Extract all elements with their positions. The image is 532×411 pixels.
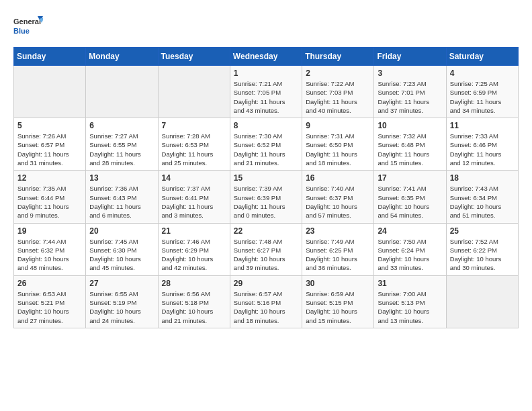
day-content: Sunrise: 7:27 AM Sunset: 6:55 PM Dayligh… [89, 132, 154, 167]
calendar-cell: 10Sunrise: 7:32 AM Sunset: 6:48 PM Dayli… [374, 118, 446, 171]
calendar-cell: 27Sunrise: 6:55 AM Sunset: 5:19 PM Dayli… [86, 275, 158, 328]
day-content: Sunrise: 7:25 AM Sunset: 6:59 PM Dayligh… [450, 79, 515, 115]
header-day-sunday: Sunday [14, 48, 86, 66]
calendar-cell: 31Sunrise: 7:00 AM Sunset: 5:13 PM Dayli… [374, 275, 446, 328]
day-content: Sunrise: 7:33 AM Sunset: 6:46 PM Dayligh… [450, 132, 515, 167]
day-number: 26 [17, 279, 82, 288]
calendar-cell: 2Sunrise: 7:22 AM Sunset: 7:03 PM Daylig… [302, 66, 374, 118]
calendar-cell [86, 66, 158, 118]
calendar-cell: 28Sunrise: 6:56 AM Sunset: 5:18 PM Dayli… [158, 275, 230, 328]
calendar-cell: 8Sunrise: 7:30 AM Sunset: 6:52 PM Daylig… [230, 118, 302, 171]
day-content: Sunrise: 7:32 AM Sunset: 6:48 PM Dayligh… [378, 132, 442, 167]
day-number: 28 [162, 279, 226, 288]
calendar-cell: 13Sunrise: 7:36 AM Sunset: 6:43 PM Dayli… [86, 171, 158, 223]
calendar-cell: 17Sunrise: 7:41 AM Sunset: 6:35 PM Dayli… [374, 171, 446, 223]
day-content: Sunrise: 7:44 AM Sunset: 6:32 PM Dayligh… [17, 237, 82, 273]
calendar-cell: 1Sunrise: 7:21 AM Sunset: 7:05 PM Daylig… [230, 66, 302, 118]
header-day-monday: Monday [86, 48, 158, 66]
calendar-cell: 18Sunrise: 7:43 AM Sunset: 6:34 PM Dayli… [446, 171, 518, 223]
day-content: Sunrise: 7:31 AM Sunset: 6:50 PM Dayligh… [306, 132, 370, 167]
calendar-week-2: 5Sunrise: 7:26 AM Sunset: 6:57 PM Daylig… [14, 118, 519, 171]
day-number: 23 [306, 226, 370, 236]
day-number: 20 [89, 226, 154, 236]
day-number: 10 [378, 121, 442, 130]
day-number: 14 [162, 173, 226, 183]
day-number: 13 [89, 173, 154, 183]
header-row: SundayMondayTuesdayWednesdayThursdayFrid… [14, 48, 519, 66]
day-content: Sunrise: 6:57 AM Sunset: 5:16 PM Dayligh… [234, 289, 298, 325]
day-number: 11 [450, 121, 515, 130]
day-content: Sunrise: 7:39 AM Sunset: 6:39 PM Dayligh… [234, 184, 298, 220]
calendar-cell: 16Sunrise: 7:40 AM Sunset: 6:37 PM Dayli… [302, 171, 374, 223]
calendar-week-4: 19Sunrise: 7:44 AM Sunset: 6:32 PM Dayli… [14, 223, 519, 275]
calendar-header: SundayMondayTuesdayWednesdayThursdayFrid… [14, 48, 519, 66]
day-content: Sunrise: 7:40 AM Sunset: 6:37 PM Dayligh… [306, 184, 370, 220]
calendar-week-3: 12Sunrise: 7:35 AM Sunset: 6:44 PM Dayli… [14, 171, 519, 223]
day-content: Sunrise: 7:37 AM Sunset: 6:41 PM Dayligh… [162, 184, 226, 220]
calendar-cell: 29Sunrise: 6:57 AM Sunset: 5:16 PM Dayli… [230, 275, 302, 328]
calendar-body: 1Sunrise: 7:21 AM Sunset: 7:05 PM Daylig… [14, 66, 519, 328]
day-number: 22 [234, 226, 298, 236]
day-number: 17 [378, 173, 442, 183]
calendar-cell: 26Sunrise: 6:53 AM Sunset: 5:21 PM Dayli… [14, 275, 86, 328]
day-number: 5 [17, 121, 82, 130]
header-day-tuesday: Tuesday [158, 48, 230, 66]
calendar-cell: 7Sunrise: 7:28 AM Sunset: 6:53 PM Daylig… [158, 118, 230, 171]
day-content: Sunrise: 7:41 AM Sunset: 6:35 PM Dayligh… [378, 184, 442, 220]
calendar-cell [14, 66, 86, 118]
calendar-cell: 14Sunrise: 7:37 AM Sunset: 6:41 PM Dayli… [158, 171, 230, 223]
day-number: 29 [234, 279, 298, 288]
day-content: Sunrise: 7:22 AM Sunset: 7:03 PM Dayligh… [306, 79, 370, 115]
day-number: 16 [306, 173, 370, 183]
day-number: 24 [378, 226, 442, 236]
day-content: Sunrise: 7:43 AM Sunset: 6:34 PM Dayligh… [450, 184, 515, 220]
calendar-cell: 5Sunrise: 7:26 AM Sunset: 6:57 PM Daylig… [14, 118, 86, 171]
calendar-cell: 23Sunrise: 7:49 AM Sunset: 6:25 PM Dayli… [302, 223, 374, 275]
day-content: Sunrise: 7:48 AM Sunset: 6:27 PM Dayligh… [234, 237, 298, 273]
header-day-wednesday: Wednesday [230, 48, 302, 66]
day-number: 15 [234, 173, 298, 183]
day-content: Sunrise: 7:26 AM Sunset: 6:57 PM Dayligh… [17, 132, 82, 167]
day-content: Sunrise: 7:30 AM Sunset: 6:52 PM Dayligh… [234, 132, 298, 167]
day-content: Sunrise: 6:56 AM Sunset: 5:18 PM Dayligh… [162, 289, 226, 325]
calendar-cell: 22Sunrise: 7:48 AM Sunset: 6:27 PM Dayli… [230, 223, 302, 275]
day-content: Sunrise: 7:45 AM Sunset: 6:30 PM Dayligh… [89, 237, 154, 273]
calendar-cell: 21Sunrise: 7:46 AM Sunset: 6:29 PM Dayli… [158, 223, 230, 275]
calendar-cell: 30Sunrise: 6:59 AM Sunset: 5:15 PM Dayli… [302, 275, 374, 328]
day-content: Sunrise: 7:28 AM Sunset: 6:53 PM Dayligh… [162, 132, 226, 167]
page-header: General Blue [13, 13, 519, 40]
calendar-cell: 15Sunrise: 7:39 AM Sunset: 6:39 PM Dayli… [230, 171, 302, 223]
day-number: 19 [17, 226, 82, 236]
day-content: Sunrise: 6:55 AM Sunset: 5:19 PM Dayligh… [89, 289, 154, 325]
header-day-saturday: Saturday [446, 48, 518, 66]
day-content: Sunrise: 6:59 AM Sunset: 5:15 PM Dayligh… [306, 289, 370, 325]
day-content: Sunrise: 7:21 AM Sunset: 7:05 PM Dayligh… [234, 79, 298, 115]
svg-text:Blue: Blue [13, 27, 30, 35]
day-content: Sunrise: 7:00 AM Sunset: 5:13 PM Dayligh… [378, 289, 442, 325]
calendar-cell: 11Sunrise: 7:33 AM Sunset: 6:46 PM Dayli… [446, 118, 518, 171]
calendar-cell: 4Sunrise: 7:25 AM Sunset: 6:59 PM Daylig… [446, 66, 518, 118]
calendar-cell: 24Sunrise: 7:50 AM Sunset: 6:24 PM Dayli… [374, 223, 446, 275]
calendar-cell [158, 66, 230, 118]
calendar-cell: 19Sunrise: 7:44 AM Sunset: 6:32 PM Dayli… [14, 223, 86, 275]
day-number: 2 [306, 68, 370, 78]
day-content: Sunrise: 7:50 AM Sunset: 6:24 PM Dayligh… [378, 237, 442, 273]
day-content: Sunrise: 7:23 AM Sunset: 7:01 PM Dayligh… [378, 79, 442, 115]
day-number: 27 [89, 279, 154, 288]
calendar-cell: 20Sunrise: 7:45 AM Sunset: 6:30 PM Dayli… [86, 223, 158, 275]
logo: General Blue [13, 13, 43, 40]
calendar-cell: 9Sunrise: 7:31 AM Sunset: 6:50 PM Daylig… [302, 118, 374, 171]
calendar-cell: 3Sunrise: 7:23 AM Sunset: 7:01 PM Daylig… [374, 66, 446, 118]
calendar-cell: 12Sunrise: 7:35 AM Sunset: 6:44 PM Dayli… [14, 171, 86, 223]
day-number: 9 [306, 121, 370, 130]
header-day-friday: Friday [374, 48, 446, 66]
svg-text:General: General [13, 17, 41, 26]
day-number: 3 [378, 68, 442, 78]
day-number: 25 [450, 226, 515, 236]
calendar-week-5: 26Sunrise: 6:53 AM Sunset: 5:21 PM Dayli… [14, 275, 519, 328]
calendar-table: SundayMondayTuesdayWednesdayThursdayFrid… [13, 47, 519, 328]
day-number: 21 [162, 226, 226, 236]
day-number: 30 [306, 279, 370, 288]
day-content: Sunrise: 7:46 AM Sunset: 6:29 PM Dayligh… [162, 237, 226, 273]
day-number: 8 [234, 121, 298, 130]
